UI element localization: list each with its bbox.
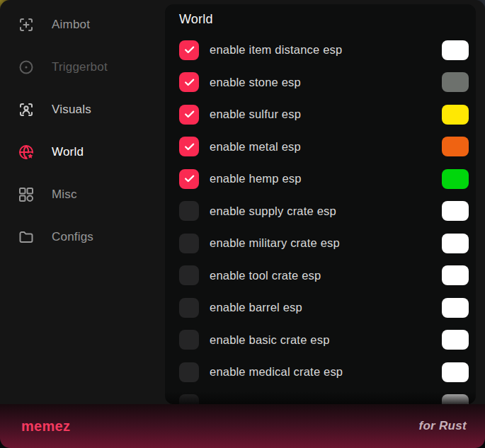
brand-label: memez [21, 418, 70, 435]
sidebar-item-triggerbot[interactable]: Triggerbot [0, 46, 165, 88]
color-swatch[interactable] [442, 40, 469, 60]
color-swatch[interactable] [442, 298, 469, 318]
color-swatch[interactable] [442, 105, 469, 125]
option-row: enable barrel esp [179, 292, 469, 324]
checkbox-unchecked[interactable] [179, 265, 199, 285]
footer-bar: memez for Rust [0, 404, 485, 448]
option-label: enable tool crate esp [210, 269, 321, 282]
checkbox-checked[interactable] [179, 72, 199, 92]
checkbox-unchecked[interactable] [179, 201, 199, 221]
checkbox-checked[interactable] [179, 105, 199, 125]
checkbox-unchecked[interactable] [179, 362, 199, 382]
aimbot-icon [18, 16, 35, 33]
option-label: enable item distance esp [210, 43, 342, 57]
checkbox-unchecked[interactable] [179, 298, 199, 318]
sidebar-item-label: Misc [52, 188, 77, 202]
sidebar-item-label: Visuals [52, 103, 91, 117]
color-swatch[interactable] [442, 137, 469, 156]
color-swatch[interactable] [442, 169, 469, 189]
color-swatch[interactable] [442, 72, 469, 92]
option-row: enable sulfur esp [179, 98, 469, 131]
world-panel: World enable item distance esp enable st… [165, 4, 476, 404]
color-swatch[interactable] [442, 394, 469, 404]
option-label: enable hemp esp [210, 172, 302, 185]
option-label: enable supply crate esp [210, 205, 336, 218]
color-swatch[interactable] [442, 234, 469, 253]
checkbox-checked[interactable] [179, 40, 199, 60]
color-swatch[interactable] [442, 265, 469, 285]
checkbox-checked[interactable] [179, 169, 199, 189]
option-row: enable military crate esp [179, 227, 469, 260]
checkbox-unchecked[interactable] [179, 234, 199, 253]
visuals-icon [18, 101, 35, 118]
cheat-menu-window: Aimbot Triggerbot Visuals World Misc Con… [0, 0, 485, 448]
color-swatch[interactable] [442, 362, 469, 382]
sidebar-item-aimbot[interactable]: Aimbot [0, 4, 165, 46]
checkbox-unchecked[interactable] [179, 394, 199, 404]
option-row: enable metal esp [179, 131, 469, 163]
option-row: enable stone esp [179, 67, 469, 99]
sidebar-item-world[interactable]: World [0, 131, 165, 173]
option-row [179, 389, 469, 405]
color-swatch[interactable] [442, 201, 469, 221]
sidebar-item-label: Triggerbot [52, 60, 108, 74]
option-row: enable item distance esp [179, 34, 469, 67]
option-label: enable sulfur esp [210, 108, 301, 121]
option-label: enable medical crate esp [210, 365, 343, 379]
panel-title: World [179, 10, 469, 28]
option-row: enable supply crate esp [179, 195, 469, 228]
configs-icon [18, 229, 35, 246]
tagline-label: for Rust [418, 419, 467, 433]
misc-icon [18, 186, 35, 203]
option-label: enable military crate esp [210, 236, 340, 250]
sidebar-menu: Aimbot Triggerbot Visuals World Misc Con… [0, 0, 165, 404]
option-row: enable tool crate esp [179, 260, 469, 292]
option-label: enable metal esp [210, 140, 301, 154]
option-row: enable medical crate esp [179, 356, 469, 389]
sidebar-item-label: World [52, 145, 84, 159]
option-label: enable basic crate esp [210, 333, 330, 347]
sidebar-item-configs[interactable]: Configs [0, 216, 165, 258]
color-swatch[interactable] [442, 330, 469, 350]
triggerbot-icon [18, 59, 35, 76]
checkbox-checked[interactable] [179, 137, 199, 156]
options-list: enable item distance esp enable stone es… [179, 34, 469, 404]
option-label: enable stone esp [210, 76, 301, 89]
sidebar-item-label: Aimbot [52, 18, 90, 32]
sidebar-item-visuals[interactable]: Visuals [0, 88, 165, 131]
option-label: enable barrel esp [210, 301, 302, 314]
sidebar-item-misc[interactable]: Misc [0, 173, 165, 216]
world-icon [18, 144, 35, 161]
option-row: enable basic crate esp [179, 324, 469, 357]
option-row: enable hemp esp [179, 163, 469, 195]
checkbox-unchecked[interactable] [179, 330, 199, 350]
sidebar-item-label: Configs [52, 230, 93, 244]
